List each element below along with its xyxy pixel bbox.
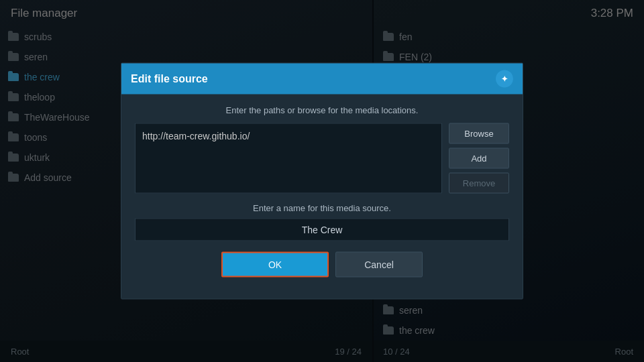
name-value: The Crew bbox=[302, 225, 343, 235]
kodi-icon: ✦ bbox=[496, 70, 513, 88]
modal-title: Edit file source bbox=[131, 73, 208, 85]
path-value: http://team-crew.github.io/ bbox=[142, 131, 250, 141]
ok-button[interactable]: OK bbox=[221, 252, 329, 278]
path-section: http://team-crew.github.io/ Browse Add R… bbox=[135, 123, 509, 194]
name-description: Enter a name for this media source. bbox=[135, 203, 509, 213]
path-input-area[interactable]: http://team-crew.github.io/ bbox=[135, 123, 442, 194]
edit-file-source-dialog: Edit file source ✦ Enter the paths or br… bbox=[121, 63, 523, 300]
modal-footer: OK Cancel bbox=[135, 252, 509, 288]
name-input[interactable]: The Crew bbox=[135, 219, 509, 241]
cancel-button[interactable]: Cancel bbox=[335, 252, 423, 278]
modal-body: Enter the paths or browse for the media … bbox=[121, 95, 523, 299]
add-button[interactable]: Add bbox=[449, 148, 509, 169]
modal-header: Edit file source ✦ bbox=[121, 64, 523, 95]
remove-button[interactable]: Remove bbox=[449, 173, 509, 194]
browse-button[interactable]: Browse bbox=[449, 123, 509, 144]
path-buttons: Browse Add Remove bbox=[449, 123, 509, 194]
modal-description: Enter the paths or browse for the media … bbox=[135, 105, 509, 115]
